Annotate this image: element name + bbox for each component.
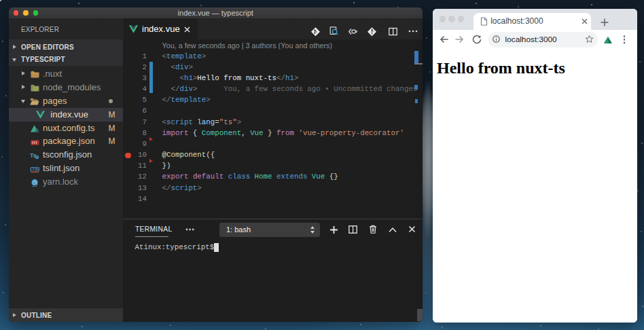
svg-text:{TS}: {TS} (30, 166, 40, 172)
